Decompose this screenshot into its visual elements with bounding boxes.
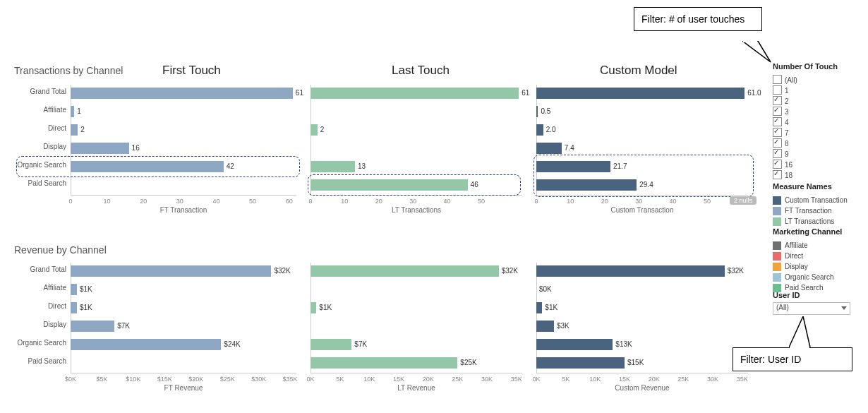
svg-marker-1: [743, 41, 757, 42]
bar-value: $24K: [224, 340, 240, 348]
legend-item[interactable]: LT Transactions: [773, 215, 834, 225]
tick-label: 30: [628, 198, 649, 205]
checkbox[interactable]: [773, 138, 782, 148]
bar[interactable]: [71, 106, 74, 117]
bar[interactable]: [71, 284, 77, 295]
bar[interactable]: [71, 88, 293, 99]
checkbox-row[interactable]: 16: [773, 158, 792, 168]
row-label: Paid Search: [14, 357, 66, 365]
legend-label: Custom Transaction: [785, 196, 848, 204]
checkbox[interactable]: [773, 160, 782, 169]
tick-label: 30: [169, 198, 191, 205]
checkbox-row[interactable]: 7: [773, 126, 789, 136]
checkbox-row[interactable]: 18: [773, 169, 792, 179]
checkbox-row[interactable]: 4: [773, 116, 789, 126]
row-label: Direct: [14, 124, 66, 132]
axis-title: LT Transactions: [311, 206, 522, 214]
checkbox[interactable]: [773, 170, 782, 179]
bar-value: 7.4: [565, 144, 574, 152]
checkbox-row[interactable]: 3: [773, 105, 789, 115]
nulls-badge[interactable]: 2 nulls: [730, 196, 757, 205]
bar-value: $1K: [545, 304, 557, 311]
color-swatch: [773, 241, 781, 250]
legend-item[interactable]: FT Transaction: [773, 204, 832, 214]
bar[interactable]: [311, 88, 519, 99]
bar[interactable]: [536, 143, 562, 154]
color-swatch: [773, 273, 781, 282]
bar-value: 61: [522, 89, 529, 97]
bar[interactable]: [71, 161, 224, 172]
checkbox-label: 16: [785, 161, 792, 169]
bar[interactable]: [536, 357, 625, 369]
bar[interactable]: [311, 302, 316, 313]
bar-value: 16: [132, 144, 140, 152]
tick-label: 60: [279, 198, 300, 205]
legend-item[interactable]: Paid Search: [773, 281, 823, 291]
bar[interactable]: [536, 302, 542, 313]
bar[interactable]: [536, 265, 725, 277]
bar[interactable]: [311, 357, 457, 369]
checkbox-row[interactable]: 8: [773, 137, 789, 147]
tick-label: 5K: [330, 376, 351, 383]
legend-label: Affiliate: [785, 241, 808, 249]
axis-title: FT Revenue: [71, 384, 296, 392]
checkbox[interactable]: [773, 117, 782, 126]
bar-value: 1: [77, 107, 81, 115]
bar[interactable]: [536, 339, 613, 350]
tick-label: $35K: [279, 376, 301, 383]
tick-label: 40: [663, 198, 684, 205]
bar-value: 2: [320, 126, 325, 133]
tick-label: 0: [60, 198, 81, 205]
bar[interactable]: [71, 124, 78, 136]
bar[interactable]: [71, 321, 114, 332]
legend-item[interactable]: Custom Transaction: [773, 193, 848, 203]
bar[interactable]: [311, 339, 351, 350]
tick-label: $30K: [248, 376, 270, 383]
bar[interactable]: [536, 88, 745, 99]
row-label: Organic Search: [14, 161, 66, 169]
row-label: Display: [14, 143, 66, 150]
bar[interactable]: [311, 179, 468, 191]
bar[interactable]: [536, 321, 554, 332]
checkbox-label: 7: [785, 129, 789, 137]
checkbox[interactable]: [773, 75, 782, 84]
checkbox[interactable]: [773, 85, 782, 95]
section-title-revenue: Revenue by Channel: [14, 244, 107, 256]
bar-value: 61: [296, 89, 303, 97]
checkbox[interactable]: [773, 107, 782, 116]
bar-value: 13: [358, 162, 366, 170]
tick-label: 20: [594, 198, 615, 205]
bar[interactable]: [536, 124, 543, 136]
checkbox-row[interactable]: 1: [773, 84, 789, 94]
checkbox-row[interactable]: 2: [773, 95, 789, 104]
bar[interactable]: [71, 339, 221, 350]
checkbox[interactable]: [773, 128, 782, 137]
tick-label: 40: [205, 198, 227, 205]
tick-label: 0K: [526, 376, 547, 383]
callout-text: Filter: # of user touches: [641, 13, 745, 25]
checkbox-row[interactable]: (All): [773, 73, 797, 83]
tick-label: 30K: [702, 376, 723, 383]
bar[interactable]: [311, 161, 355, 172]
bar[interactable]: [536, 179, 637, 191]
legend-item[interactable]: Organic Search: [773, 270, 833, 280]
checkbox[interactable]: [773, 149, 782, 158]
legend-item[interactable]: Affiliate: [773, 239, 808, 249]
bar[interactable]: [71, 265, 271, 277]
user-id-dropdown[interactable]: (All): [773, 302, 850, 315]
bar[interactable]: [311, 265, 499, 277]
legend-item[interactable]: Direct: [773, 249, 803, 259]
tick-label: 35K: [732, 376, 753, 383]
bar[interactable]: [71, 302, 77, 313]
bar[interactable]: [71, 143, 129, 154]
legend-label: Paid Search: [785, 284, 823, 292]
legend-item[interactable]: Display: [773, 260, 808, 270]
checkbox-row[interactable]: 9: [773, 148, 789, 157]
tick-label: 25K: [673, 376, 694, 383]
checkbox[interactable]: [773, 96, 782, 105]
bar[interactable]: [311, 124, 318, 136]
bar[interactable]: [536, 106, 538, 117]
bar[interactable]: [536, 161, 610, 172]
tick-label: 50: [242, 198, 263, 205]
tick-label: $10K: [123, 376, 144, 383]
